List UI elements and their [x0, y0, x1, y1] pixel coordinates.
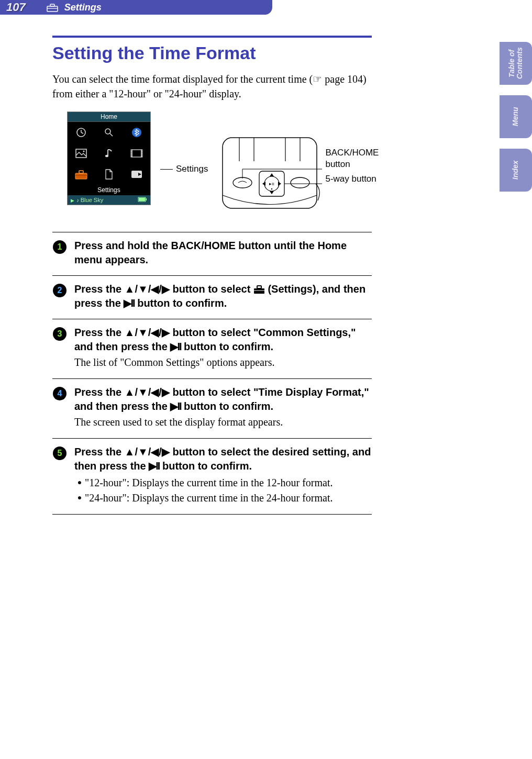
- home-grid: [68, 122, 150, 185]
- step-3-text: Press the ▲/▼/◀/▶ button to select "Comm…: [74, 326, 372, 354]
- device-figure: ▸ıı BACK/HOME button 5-way button: [217, 132, 379, 216]
- tab-menu[interactable]: Menu: [500, 95, 532, 138]
- clock-icon: [68, 122, 95, 143]
- s5-c: button to confirm.: [159, 460, 252, 472]
- pointer-icon: ☞: [313, 73, 322, 85]
- svg-point-11: [105, 155, 108, 157]
- page-title: Setting the Time Format: [52, 43, 372, 63]
- step-divider: [52, 378, 372, 379]
- battery-icon: [138, 197, 147, 203]
- photo-icon: [68, 143, 95, 164]
- svg-point-43: [291, 177, 309, 188]
- step-2: 2 Press the ▲/▼/◀/▶ button to select (Se…: [52, 282, 372, 310]
- step-badge-2: 2: [52, 283, 67, 298]
- arrow-buttons-icon: ▲/▼/◀/▶: [125, 327, 170, 338]
- bluetooth-icon: [123, 122, 150, 143]
- screen-now-playing-bar: ▶♪ Blue Sky: [68, 195, 150, 205]
- step-divider: [52, 275, 372, 276]
- svg-text:1: 1: [58, 242, 62, 251]
- svg-line-5: [81, 132, 83, 133]
- s3-a: Press the: [74, 327, 125, 338]
- arrow-buttons-icon: ▲/▼/◀/▶: [125, 386, 170, 398]
- intro-text-a: You can select the time format displayed…: [52, 73, 313, 85]
- header-left: 107 Settings: [0, 0, 272, 15]
- svg-point-6: [105, 129, 110, 134]
- document-icon: [95, 164, 123, 185]
- step-divider: [52, 319, 372, 319]
- step-4-text: Press the ▲/▼/◀/▶ button to select "Time…: [74, 385, 372, 414]
- s3-c: button to confirm.: [181, 341, 274, 352]
- arrow-buttons-icon: ▲/▼/◀/▶: [125, 283, 170, 295]
- header-section-title: Settings: [64, 2, 102, 13]
- figure-row: Home: [67, 111, 372, 216]
- svg-rect-0: [47, 6, 58, 12]
- step-5-text: Press the ▲/▼/◀/▶ button to select the d…: [74, 445, 372, 473]
- bullet-12h: "12-hour": Displays the current time in …: [85, 475, 332, 490]
- bullet-24h: "24-hour": Displays the current time in …: [85, 490, 332, 506]
- button-label: button: [325, 159, 379, 170]
- video-icon: [123, 143, 150, 164]
- step-badge-1: 1: [52, 240, 67, 254]
- svg-rect-28: [139, 198, 145, 201]
- page-header: 107 Settings: [0, 0, 532, 15]
- svg-text:4: 4: [58, 389, 62, 398]
- svg-rect-12: [132, 150, 141, 157]
- step-4-detail: The screen used to set the display forma…: [74, 415, 372, 430]
- step-divider: [52, 232, 372, 232]
- step-5-bullets: ●"12-hour": Displays the current time in…: [74, 475, 372, 506]
- toolbox-icon: [253, 283, 265, 295]
- step-3: 3 Press the ▲/▼/◀/▶ button to select "Co…: [52, 326, 372, 370]
- tab-table-of-contents[interactable]: Table of Contents: [500, 42, 532, 85]
- svg-rect-22: [79, 171, 83, 173]
- play-pause-icon: ▶II: [149, 460, 159, 472]
- callout-settings-label: Settings: [176, 164, 208, 174]
- svg-text:2: 2: [58, 286, 62, 295]
- step-4: 4 Press the ▲/▼/◀/▶ button to select "Ti…: [52, 385, 372, 430]
- step-5: 5 Press the ▲/▼/◀/▶ button to select the…: [52, 445, 372, 506]
- page-number: 107: [6, 1, 26, 14]
- svg-rect-1: [50, 4, 54, 6]
- bullet-icon: ●: [74, 475, 85, 490]
- svg-rect-21: [75, 173, 87, 179]
- intro-paragraph: You can select the time format displayed…: [52, 72, 372, 101]
- step-1-text: Press and hold the BACK/HOME button unti…: [74, 239, 372, 267]
- step-2-text: Press the ▲/▼/◀/▶ button to select (Sett…: [74, 282, 372, 310]
- settings-callout: Settings: [160, 164, 208, 174]
- svg-text:3: 3: [58, 329, 62, 338]
- play-indicator-icon: ▶: [71, 198, 74, 203]
- play-pause-icon: ▶II: [170, 400, 181, 412]
- main-content: Setting the Time Format You can select t…: [0, 15, 424, 515]
- svg-point-34: [233, 177, 252, 188]
- settings-toolbox-icon: [68, 164, 95, 185]
- now-playing-track: Blue Sky: [81, 197, 103, 203]
- svg-point-42: [271, 188, 272, 189]
- toolbox-icon: [47, 3, 58, 12]
- back-home-label: BACK/HOME: [325, 147, 379, 159]
- screen-header: Home: [68, 112, 150, 122]
- device-labels: BACK/HOME button 5-way button: [325, 147, 379, 185]
- svg-rect-52: [257, 286, 261, 288]
- play-pause-icon: ▶II: [124, 297, 134, 309]
- screen-selection-label: Settings: [68, 185, 150, 195]
- tab-index[interactable]: Index: [500, 149, 532, 192]
- svg-line-7: [110, 133, 113, 136]
- svg-rect-9: [76, 149, 86, 158]
- step-badge-5: 5: [52, 446, 67, 461]
- arrow-buttons-icon: ▲/▼/◀/▶: [125, 446, 170, 457]
- s2-a: Press the: [74, 283, 125, 295]
- now-playing-icon: [123, 164, 150, 185]
- callout-leader-line: [160, 169, 173, 170]
- s5-a: Press the: [74, 446, 125, 457]
- s2-d: button to confirm.: [135, 297, 227, 309]
- svg-rect-51: [254, 288, 264, 294]
- step-divider: [52, 438, 372, 439]
- svg-point-10: [83, 151, 85, 152]
- five-way-label: 5-way button: [325, 173, 379, 185]
- step-badge-4: 4: [52, 386, 67, 401]
- step-badge-3: 3: [52, 327, 67, 341]
- music-icon: [95, 143, 123, 164]
- side-nav: Table of Contents Menu Index: [500, 42, 532, 192]
- svg-text:▸ıı: ▸ıı: [269, 181, 274, 186]
- search-icon: [95, 122, 123, 143]
- play-pause-icon: ▶II: [170, 341, 181, 352]
